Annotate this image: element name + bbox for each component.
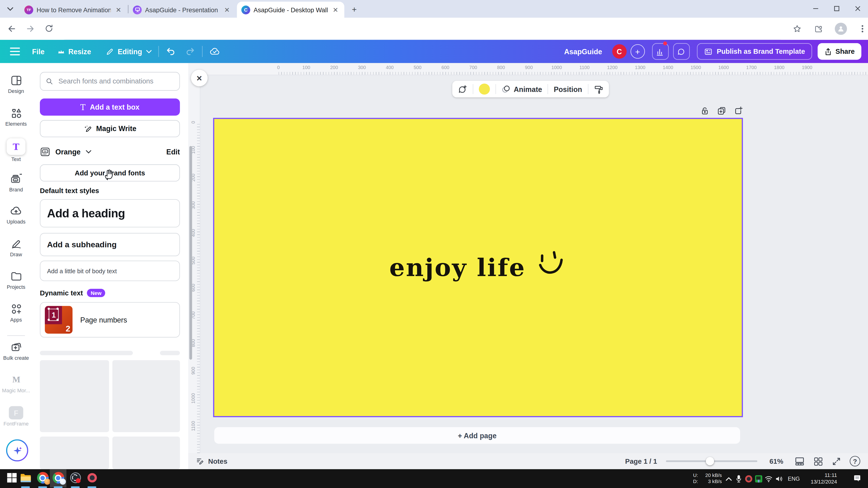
clock[interactable]: 11:11 13/12/2024 bbox=[804, 469, 837, 488]
add-heading-card[interactable]: Add a heading bbox=[40, 199, 180, 228]
browser-tab-strip: TF How to Remove Animations Fro ✕ AsapGu… bbox=[0, 0, 868, 18]
sidebar-item-magic-morph[interactable]: M Magic Mor... bbox=[0, 373, 32, 393]
zoom-level[interactable]: 61% bbox=[769, 457, 783, 465]
sidebar-item-uploads[interactable]: Uploads bbox=[0, 205, 32, 224]
taskbar-recorder[interactable] bbox=[84, 469, 100, 486]
tray-app-green-icon[interactable] bbox=[754, 469, 763, 488]
svg-text:co: co bbox=[44, 150, 46, 152]
page-text-element[interactable]: enjoy life bbox=[389, 253, 526, 282]
zoom-slider[interactable] bbox=[666, 460, 757, 462]
sidebar-item-elements[interactable]: Elements bbox=[0, 107, 32, 127]
redo-icon[interactable] bbox=[185, 46, 195, 57]
sidebar-item-fontframe[interactable]: F FontFrame bbox=[0, 406, 32, 427]
unlock-icon[interactable] bbox=[700, 106, 710, 116]
sidebar-item-apps[interactable]: Apps bbox=[0, 303, 32, 323]
add-subheading-card[interactable]: Add a subheading bbox=[40, 233, 180, 256]
add-page-button[interactable]: + Add page bbox=[214, 427, 740, 444]
tray-microphone-icon[interactable] bbox=[734, 469, 743, 488]
taskbar-file-explorer[interactable] bbox=[17, 469, 34, 486]
language-indicator[interactable]: ENG bbox=[786, 469, 802, 488]
brand-kit-edit-link[interactable]: Edit bbox=[166, 148, 180, 156]
page-numbers-card[interactable]: 1 2 Page numbers bbox=[40, 302, 180, 337]
browser-menu-icon[interactable] bbox=[858, 24, 867, 34]
paint-roller-icon[interactable] bbox=[594, 85, 603, 94]
context-toolbar: Animate Position bbox=[452, 81, 609, 97]
duplicate-page-icon[interactable] bbox=[717, 106, 726, 116]
new-tab-button[interactable]: + bbox=[349, 3, 360, 14]
file-menu[interactable]: File bbox=[32, 47, 44, 56]
resize-menu[interactable]: Resize bbox=[58, 47, 91, 56]
comments-button[interactable] bbox=[673, 43, 689, 60]
animate-button[interactable]: Animate bbox=[501, 85, 542, 94]
position-button[interactable]: Position bbox=[554, 85, 582, 93]
window-maximize-button[interactable] bbox=[826, 0, 847, 17]
tray-wifi-icon[interactable] bbox=[764, 469, 773, 488]
comment-add-icon[interactable] bbox=[458, 85, 467, 94]
chrome-profile-badge bbox=[59, 479, 66, 485]
taskbar-chrome-profile2-active[interactable] bbox=[50, 469, 66, 486]
tab-close-icon[interactable]: ✕ bbox=[222, 6, 231, 14]
grid-view-icon[interactable] bbox=[813, 456, 823, 466]
browser-tab-active[interactable]: C AsapGuide - Desktop Wallpape ✕ bbox=[237, 2, 344, 18]
add-text-box-button[interactable]: T Add a text box bbox=[40, 99, 180, 116]
sidebar-item-draw[interactable]: Draw bbox=[0, 237, 32, 257]
add-body-text-card[interactable]: Add a little bit of body text bbox=[40, 261, 180, 281]
tray-speaker-icon[interactable] bbox=[774, 469, 784, 488]
brand-kit-co-icon[interactable]: co bbox=[40, 147, 51, 157]
forward-icon[interactable] bbox=[26, 24, 35, 34]
tab-close-icon[interactable]: ✕ bbox=[114, 6, 123, 14]
editing-mode-dropdown[interactable]: Editing bbox=[105, 47, 151, 56]
browser-profile-avatar[interactable] bbox=[835, 23, 847, 35]
loading-skeleton-box bbox=[40, 436, 109, 469]
sidebar-item-projects[interactable]: Projects bbox=[0, 270, 32, 290]
sidebar-item-design[interactable]: Design bbox=[0, 74, 32, 94]
notification-center-icon[interactable] bbox=[851, 469, 863, 488]
bookmark-star-icon[interactable] bbox=[793, 24, 802, 33]
notes-button[interactable]: Notes bbox=[196, 457, 227, 465]
network-speed-indicator[interactable]: U:20 kB/s D:3 kB/s bbox=[693, 469, 722, 488]
template-icon bbox=[704, 47, 712, 56]
brand-kit-name[interactable]: Orange bbox=[55, 148, 81, 156]
panel-scrollbar[interactable] bbox=[189, 146, 192, 360]
extensions-icon[interactable] bbox=[814, 24, 823, 33]
canva-assistant-button[interactable] bbox=[6, 439, 28, 461]
back-icon[interactable] bbox=[7, 24, 17, 34]
menu-hamburger-icon[interactable] bbox=[9, 47, 21, 55]
add-member-button[interactable]: + bbox=[630, 44, 645, 59]
design-page[interactable]: enjoy life bbox=[214, 119, 742, 416]
sidebar-item-text-active[interactable]: T Text bbox=[0, 138, 32, 162]
new-badge: New bbox=[87, 289, 105, 297]
zoom-slider-thumb[interactable] bbox=[706, 457, 714, 465]
tray-obs-icon[interactable] bbox=[744, 469, 753, 488]
workspace-name[interactable]: AsapGuide bbox=[564, 47, 602, 56]
background-color-swatch[interactable] bbox=[479, 84, 490, 95]
font-search-box[interactable] bbox=[40, 72, 180, 91]
chevron-down-icon[interactable] bbox=[86, 150, 91, 154]
pages-view-icon[interactable] bbox=[795, 456, 805, 466]
undo-icon[interactable] bbox=[165, 46, 176, 57]
tray-expand-chevron-icon[interactable] bbox=[724, 469, 733, 488]
sidebar-item-bulk-create[interactable]: Bulk create bbox=[0, 341, 32, 361]
share-button[interactable]: Share bbox=[818, 43, 861, 60]
tab-search-chevron-icon[interactable] bbox=[4, 3, 16, 14]
user-avatar[interactable]: C bbox=[612, 44, 626, 59]
help-button[interactable]: ? bbox=[850, 456, 861, 466]
insights-button[interactable] bbox=[652, 43, 669, 60]
publish-brand-template-button[interactable]: Publish as Brand Template bbox=[697, 43, 812, 60]
window-close-button[interactable] bbox=[847, 0, 868, 17]
magic-write-button[interactable]: Magic Write bbox=[40, 120, 180, 137]
smiley-icon[interactable] bbox=[534, 249, 568, 280]
share-icon bbox=[824, 47, 832, 56]
browser-tab-1[interactable]: TF How to Remove Animations Fro ✕ bbox=[20, 2, 127, 18]
font-search-input[interactable] bbox=[57, 77, 174, 86]
taskbar-chrome-profile1[interactable] bbox=[34, 469, 51, 486]
reload-icon[interactable] bbox=[44, 24, 54, 33]
sidebar-item-brand[interactable]: co Brand bbox=[0, 172, 32, 193]
browser-tab-2[interactable]: AsapGuide - Presentation - Can ✕ bbox=[128, 2, 236, 18]
window-minimize-button[interactable] bbox=[805, 0, 826, 17]
close-panel-button[interactable]: ✕ bbox=[191, 70, 208, 86]
fullscreen-icon[interactable] bbox=[832, 456, 841, 466]
add-page-icon[interactable] bbox=[734, 106, 743, 116]
taskbar-obs[interactable] bbox=[67, 469, 84, 486]
tab-close-icon[interactable]: ✕ bbox=[331, 6, 340, 14]
